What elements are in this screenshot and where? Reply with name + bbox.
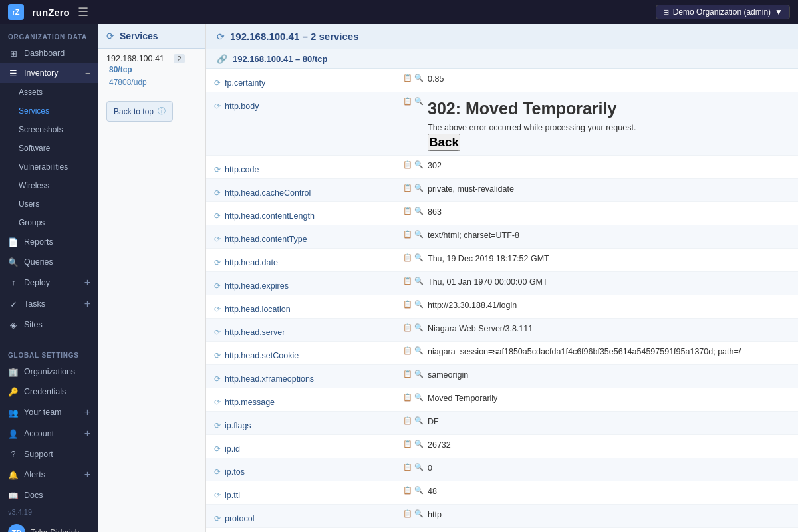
tasks-add-icon[interactable]: + — [84, 298, 90, 310]
search-val-icon[interactable]: 🔍 — [414, 277, 424, 285]
mid-port-80tcp[interactable]: 80/tcp — [106, 63, 198, 76]
global-section-label: GLOBAL SETTINGS — [0, 342, 98, 362]
search-val-icon[interactable]: 🔍 — [414, 370, 424, 378]
val-text: 48 — [428, 485, 437, 498]
copy-icon[interactable]: 📋 — [403, 393, 412, 402]
copy-icon[interactable]: 📋 — [403, 509, 412, 518]
key-text: ip.ttl — [225, 491, 240, 500]
sidebar-item-reports[interactable]: 📄 Reports — [0, 232, 98, 252]
search-val-icon[interactable]: 🔍 — [414, 416, 424, 425]
main-header-title: 192.168.100.41 – 2 services — [230, 31, 359, 42]
hamburger-button[interactable]: ☰ — [78, 5, 88, 19]
sidebar-item-sites[interactable]: ◈ Sites — [0, 315, 98, 334]
upload-icon: ↑ — [8, 277, 19, 288]
sidebar-item-vulnerabilities[interactable]: Vulnerabilities — [0, 158, 98, 176]
copy-icon[interactable]: 📋 — [403, 74, 412, 82]
bell-icon: 🔔 — [8, 469, 19, 480]
sidebar-item-assets[interactable]: Assets — [0, 83, 98, 102]
search-val-icon[interactable]: 🔍 — [414, 346, 424, 355]
sidebar-item-wireless[interactable]: Wireless — [0, 176, 98, 195]
sidebar-item-software[interactable]: Software — [0, 139, 98, 158]
account-add-icon[interactable]: + — [84, 428, 90, 440]
val-icons: 📋 🔍 — [403, 439, 424, 448]
val-text: Niagara Web Server/3.8.111 — [428, 323, 533, 335]
sidebar-item-groups[interactable]: Groups — [0, 213, 98, 232]
sidebar-item-your-team[interactable]: 👥 Your team + — [0, 402, 98, 423]
sidebar-item-account[interactable]: 👤 Account + — [0, 423, 98, 444]
copy-icon[interactable]: 📋 — [403, 230, 412, 239]
sidebar-item-queries[interactable]: 🔍 Queries — [0, 252, 98, 272]
search-val-icon[interactable]: 🔍 — [414, 253, 424, 262]
table-row: ⟳ ip.id 📋 🔍 26732 — [206, 435, 798, 458]
mid-host-entry: 192.168.100.41 2 — 80/tcp 47808/udp — [98, 49, 205, 94]
copy-icon[interactable]: 📋 — [403, 323, 412, 332]
screenshot-row: ⟳ screenshot.image.key FACILITY EXPLORER… — [206, 528, 798, 532]
key-text: http.head.cacheControl — [225, 188, 311, 198]
team-add-icon[interactable]: + — [84, 406, 90, 418]
search-val-icon[interactable]: 🔍 — [414, 160, 424, 169]
table-row: ⟳ http.body 📋 🔍 302: Moved Temporarily T… — [206, 92, 798, 156]
key-cell: ⟳ fp.certainty — [214, 73, 387, 88]
search-val-icon[interactable]: 🔍 — [414, 463, 424, 471]
table-row: ⟳ http.head.cacheControl 📋 🔍 private, mu… — [206, 179, 798, 202]
search-val-icon[interactable]: 🔍 — [414, 207, 424, 215]
key-cell: ⟳ http.code — [214, 160, 387, 174]
copy-icon[interactable]: 📋 — [403, 277, 412, 285]
key-cell: ⟳ ip.ttl — [214, 485, 387, 500]
copy-icon[interactable]: 📋 — [403, 463, 412, 471]
val-icons: 📋 🔍 — [403, 299, 424, 309]
copy-icon[interactable]: 📋 — [403, 370, 412, 378]
search-val-icon[interactable]: 🔍 — [414, 74, 424, 82]
search-val-icon[interactable]: 🔍 — [414, 440, 424, 448]
sidebar-item-organizations[interactable]: 🏢 Organizations — [0, 362, 98, 382]
sidebar-item-support[interactable]: ? Support — [0, 444, 98, 464]
copy-icon[interactable]: 📋 — [403, 300, 412, 309]
search-val-icon[interactable]: 🔍 — [414, 393, 424, 402]
copy-icon[interactable]: 📋 — [403, 440, 412, 448]
sidebar-item-inventory[interactable]: ☰ Inventory − — [0, 63, 98, 83]
key-text: ip.flags — [225, 421, 251, 430]
org-section-label: ORGANIZATION DATA — [0, 24, 98, 43]
search-val-icon[interactable]: 🔍 — [414, 486, 424, 495]
sidebar-item-services[interactable]: Services — [0, 102, 98, 120]
org-selector[interactable]: ⊞ Demo Organization (admin) ▼ — [656, 5, 790, 19]
copy-icon[interactable]: 📋 — [403, 346, 412, 355]
main-header: ⟳ 192.168.100.41 – 2 services — [206, 24, 798, 49]
back-to-top-button[interactable]: Back to top ⓘ — [106, 101, 173, 122]
mid-port-47808udp[interactable]: 47808/udp — [106, 76, 198, 88]
copy-icon[interactable]: 📋 — [403, 486, 412, 495]
search-val-icon[interactable]: 🔍 — [414, 509, 424, 518]
copy-icon[interactable]: 📋 — [403, 160, 412, 169]
mid-host-ip-text: 192.168.100.41 — [106, 54, 164, 63]
copy-icon[interactable]: 📋 — [403, 253, 412, 262]
val-text: 26732 — [428, 439, 451, 452]
key-icon: ⟳ — [214, 235, 221, 244]
building-icon: 🏢 — [8, 366, 19, 377]
sidebar-user[interactable]: TD Tyler Diderich — [0, 519, 98, 532]
sidebar-item-screenshots[interactable]: Screenshots — [0, 120, 98, 139]
copy-icon[interactable]: 📋 — [403, 416, 412, 425]
sidebar-item-tasks[interactable]: ✓ Tasks + — [0, 293, 98, 315]
sidebar-item-alerts[interactable]: 🔔 Alerts + — [0, 464, 98, 485]
copy-icon[interactable]: 📋 — [403, 97, 412, 106]
search-val-icon[interactable]: 🔍 — [414, 230, 424, 239]
copy-icon[interactable]: 📋 — [403, 184, 412, 192]
table-row: ⟳ ip.tos 📋 🔍 0 — [206, 458, 798, 481]
mid-panel: ⟳ Services 192.168.100.41 2 — 80/tcp 478… — [98, 24, 206, 532]
search-val-icon[interactable]: 🔍 — [414, 300, 424, 309]
sidebar-item-users[interactable]: Users — [0, 195, 98, 213]
search-val-icon[interactable]: 🔍 — [414, 97, 424, 106]
val-text: 0 — [428, 462, 432, 475]
sidebar-item-deploy[interactable]: ↑ Deploy + — [0, 272, 98, 293]
sidebar-item-docs[interactable]: 📖 Docs — [0, 485, 98, 505]
val-cell: 📋 🔍 Thu, 19 Dec 2019 18:17:52 GMT — [403, 253, 790, 265]
deploy-add-icon[interactable]: + — [84, 277, 90, 289]
sidebar-item-dashboard[interactable]: ⊞ Dashboard — [0, 43, 98, 63]
search-val-icon[interactable]: 🔍 — [414, 323, 424, 332]
key-text: protocol — [225, 514, 254, 523]
copy-icon[interactable]: 📋 — [403, 207, 412, 215]
alerts-add-icon[interactable]: + — [84, 469, 90, 481]
val-cell: 📋 🔍 private, must-revalidate — [403, 183, 790, 196]
sidebar-item-credentials[interactable]: 🔑 Credentials — [0, 382, 98, 402]
search-val-icon[interactable]: 🔍 — [414, 184, 424, 192]
